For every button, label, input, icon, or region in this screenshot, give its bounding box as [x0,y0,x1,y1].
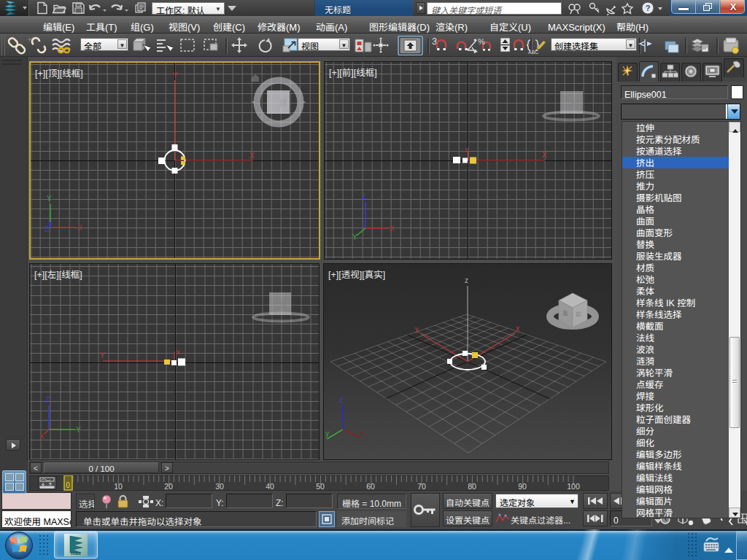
svg-text:Y: Y [47,192,52,203]
svg-text:左: 左 [562,308,568,316]
svg-text:50: 50 [316,481,325,491]
svg-text:x: x [516,322,519,333]
svg-text:Y: Y [352,231,357,242]
svg-text:X: X [39,430,44,441]
svg-text:z: z [465,274,468,285]
svg-text:X: X [77,222,82,233]
svg-text:Y: Y [100,349,105,360]
svg-text:90: 90 [518,481,527,491]
svg-text:0: 0 [66,479,70,490]
svg-text:70: 70 [417,481,426,491]
svg-text:X: X [390,222,395,233]
svg-text:y: y [325,427,329,438]
svg-text:Y: Y [173,69,178,80]
svg-text:40: 40 [266,481,274,491]
svg-text:左: 左 [279,298,287,310]
svg-text:Z: Z [44,223,49,234]
svg-text:前: 前 [571,98,579,109]
svg-text:10: 10 [114,481,123,491]
svg-text:Z: Z [45,394,50,405]
svg-text:X: X [176,347,180,357]
svg-text:60: 60 [366,481,375,491]
svg-text:x: x [360,427,364,438]
svg-text:y: y [415,323,419,334]
svg-text:100: 100 [567,481,580,491]
svg-text:?: ? [646,1,651,13]
svg-text:30: 30 [215,481,224,491]
svg-text:max: max [71,549,81,556]
svg-text:80: 80 [468,481,476,491]
svg-text:20: 20 [164,481,173,491]
svg-text:Y: Y [465,145,469,155]
svg-text:%: % [478,37,485,46]
svg-text:ABC: ABC [528,50,538,55]
svg-text:Z: Z [362,190,366,201]
svg-text:Y: Y [76,424,81,435]
svg-text:X: X [249,149,255,160]
svg-text:前: 前 [576,310,581,318]
svg-text:z: z [339,394,343,405]
svg-text:X: X [542,149,547,160]
svg-text:顶: 顶 [279,96,287,108]
